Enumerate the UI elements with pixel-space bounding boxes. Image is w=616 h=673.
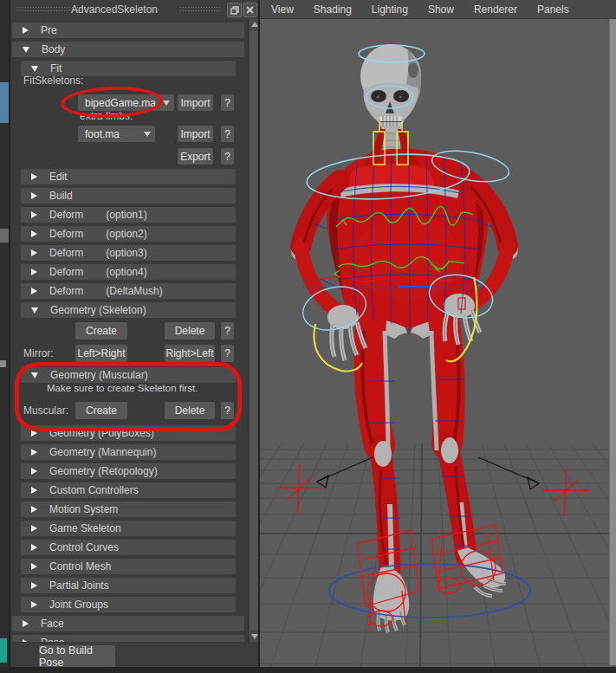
section-game-skeleton[interactable]: Game Skeleton: [21, 521, 236, 536]
section-label: Deform: [49, 228, 83, 240]
collapsed-arrow-icon: [31, 173, 37, 180]
expanded-arrow-icon: [31, 307, 38, 314]
skeleton-hands-feet: [327, 294, 506, 632]
scroll-down-icon: [251, 634, 258, 639]
section-pre[interactable]: Pre: [12, 23, 244, 38]
collapsed-arrow-icon: [31, 563, 37, 570]
annotation-circle-muscular: [15, 362, 242, 431]
section-motion-system[interactable]: Motion System: [21, 502, 236, 517]
mirror-left-right-button[interactable]: Left>Right: [75, 345, 127, 362]
section-deform-option4[interactable]: Deform (option4): [21, 264, 236, 280]
section-custom-controllers[interactable]: Custom Controllers: [21, 482, 236, 498]
menu-panels[interactable]: Panels: [537, 3, 569, 16]
go-to-build-pose-button[interactable]: Go to Build Pose: [39, 645, 115, 668]
section-face[interactable]: Face: [12, 616, 244, 631]
expanded-arrow-icon: [23, 47, 29, 53]
skeleton-create-button[interactable]: Create: [75, 322, 127, 340]
scroll-up-icon: [251, 22, 258, 27]
export-button[interactable]: Export: [178, 148, 213, 165]
viewport-3d-scene[interactable]: [260, 19, 616, 667]
section-label: Deform: [49, 266, 83, 278]
section-deform-deltamush[interactable]: Deform (DeltaMush): [21, 283, 236, 299]
menu-shading[interactable]: Shading: [314, 3, 352, 16]
section-pose[interactable]: Pose: [12, 635, 244, 642]
section-geometry-retopology[interactable]: Geometry (Retopology): [21, 463, 236, 479]
section-option: (option1): [106, 209, 146, 221]
collapsed-arrow-icon: [31, 449, 37, 456]
left-strip-teal-segment: [0, 638, 7, 663]
section-geometry-skeleton[interactable]: Geometry (Skeleton): [21, 302, 236, 318]
section-joint-groups[interactable]: Joint Groups: [21, 597, 236, 612]
section-label: Pre: [41, 24, 57, 36]
section-build[interactable]: Build: [21, 188, 236, 204]
section-label: Fit: [50, 62, 62, 74]
collapsed-arrow-icon: [31, 288, 37, 294]
menu-view[interactable]: View: [271, 3, 294, 16]
collapsed-arrow-icon: [31, 506, 37, 513]
panel-bottom-bar: Go to Build Pose: [10, 642, 258, 669]
menu-renderer[interactable]: Renderer: [474, 3, 517, 16]
collapsed-arrow-icon: [31, 601, 37, 608]
maya-viewport: View Shading Lighting Show Renderer Pane…: [258, 0, 616, 673]
skull: [360, 44, 421, 132]
menu-show[interactable]: Show: [428, 3, 454, 16]
drag-grip-right[interactable]: [180, 7, 222, 12]
section-control-mesh[interactable]: Control Mesh: [21, 559, 236, 574]
collapsed-arrow-icon: [31, 582, 37, 589]
collapsed-arrow-icon: [31, 487, 37, 494]
help-import-skeleton-button[interactable]: ?: [221, 94, 234, 111]
section-geometry-mannequin[interactable]: Geometry (Mannequin): [21, 444, 236, 460]
help-import-limbs-button[interactable]: ?: [221, 126, 234, 142]
section-label: Partial Joints: [49, 579, 109, 592]
menu-lighting[interactable]: Lighting: [372, 3, 408, 16]
section-label: Build: [49, 190, 73, 202]
section-label: Edit: [49, 171, 68, 183]
section-label: Game Skeleton: [49, 522, 121, 534]
restore-window-button[interactable]: [227, 3, 242, 17]
section-label: Deform: [49, 209, 83, 221]
expanded-arrow-icon: [31, 66, 38, 72]
left-edge-strip: [0, 0, 10, 673]
collapsed-arrow-icon: [31, 249, 37, 256]
collapsed-arrow-icon: [31, 230, 37, 237]
collapsed-arrow-icon: [23, 27, 29, 34]
collapsed-arrow-icon: [31, 192, 37, 199]
window-bottom-edge: [0, 667, 616, 673]
left-strip-blue-segment: [0, 82, 9, 123]
section-partial-joints[interactable]: Partial Joints: [21, 578, 236, 593]
help-skeleton-button[interactable]: ?: [221, 322, 234, 340]
section-label: Geometry (Skeleton): [50, 304, 146, 316]
restore-icon: [230, 6, 239, 15]
section-deform-option3[interactable]: Deform (option3): [21, 245, 236, 261]
help-mirror-button[interactable]: ?: [221, 345, 234, 362]
section-label: Motion System: [49, 503, 118, 515]
import-limbs-button[interactable]: Import: [178, 126, 213, 142]
section-deform-option1[interactable]: Deform (option1): [21, 207, 236, 223]
left-strip-gray-segment: [0, 229, 9, 243]
mirror-right-left-button[interactable]: Right>Left: [165, 345, 215, 362]
close-window-button[interactable]: [243, 3, 257, 17]
right-pole-crosshair: [542, 468, 589, 516]
section-label: Face: [41, 618, 64, 630]
section-control-curves[interactable]: Control Curves: [21, 540, 236, 555]
collapsed-arrow-icon: [31, 468, 37, 475]
section-body[interactable]: Body: [12, 42, 244, 57]
pole-vector-arrows[interactable]: [277, 457, 589, 516]
section-option: (option4): [106, 266, 146, 278]
section-option: (DeltaMush): [106, 285, 162, 297]
extra-limbs-dropdown-arrow[interactable]: [139, 126, 155, 142]
import-skeleton-button[interactable]: Import: [178, 94, 213, 111]
skeleton-delete-button[interactable]: Delete: [165, 322, 215, 340]
section-label: Custom Controllers: [49, 484, 139, 496]
extra-limbs-dropdown[interactable]: foot.ma: [78, 126, 146, 142]
section-label: Geometry (Mannequin): [49, 446, 156, 458]
section-label: Body: [42, 43, 65, 55]
ground-grid: [260, 443, 616, 667]
close-icon: [246, 6, 254, 14]
panel-titlebar[interactable]: AdvancedSkeleton: [10, 0, 258, 19]
section-deform-option2[interactable]: Deform (option2): [21, 226, 236, 242]
mirror-label: Mirror:: [23, 347, 54, 359]
section-label: Deform: [49, 247, 83, 259]
help-export-button[interactable]: ?: [221, 148, 234, 165]
section-edit[interactable]: Edit: [21, 169, 236, 184]
